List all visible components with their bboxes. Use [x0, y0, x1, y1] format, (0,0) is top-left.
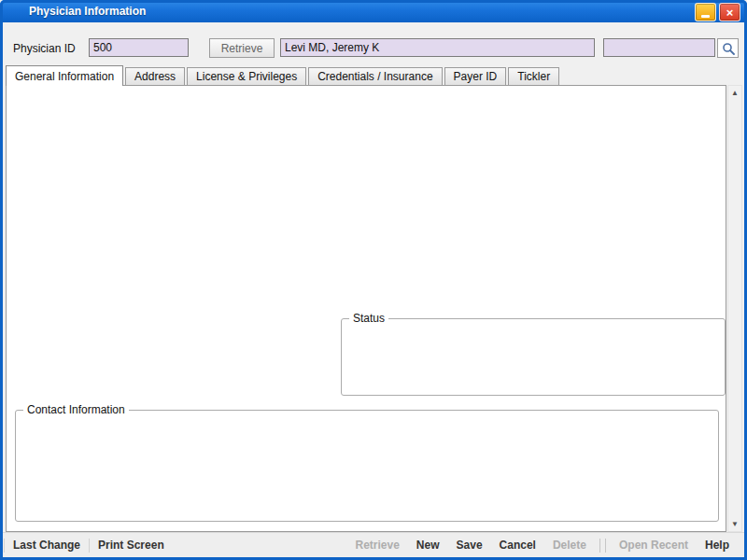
tab-strip: General Information Address License & Pr…: [6, 66, 561, 86]
tab-payer-id[interactable]: Payer ID: [444, 67, 507, 85]
save-button[interactable]: Save: [448, 539, 491, 552]
search-icon: [722, 42, 735, 55]
titlebar: Physician Information: [0, 0, 747, 22]
status-group: Status: [341, 318, 726, 396]
window-controls: ×: [695, 3, 740, 21]
open-recent-button: Open Recent: [611, 539, 697, 552]
close-button[interactable]: ×: [719, 3, 740, 21]
scroll-down-icon[interactable]: ▼: [728, 517, 741, 531]
print-screen-button[interactable]: Print Screen: [90, 539, 173, 552]
close-icon: ×: [726, 7, 734, 19]
minimize-icon: [701, 15, 710, 18]
minimize-button[interactable]: [695, 3, 716, 21]
status-group-legend: Status: [349, 312, 388, 325]
footer-left-group: Last Change Print Screen: [4, 539, 173, 553]
retrieve-footer-button: Retrieve: [346, 539, 407, 552]
physician-id-input[interactable]: [89, 38, 189, 57]
help-button[interactable]: Help: [697, 539, 738, 552]
tab-address[interactable]: Address: [125, 67, 185, 85]
tab-license-privileges[interactable]: License & Privileges: [187, 67, 306, 85]
tab-tickler[interactable]: Tickler: [508, 67, 559, 85]
physician-information-window: Physician Information × Physician ID Ret…: [0, 0, 747, 560]
footer-right-group: Retrieve New Save Cancel Delete Open Rec…: [346, 539, 738, 553]
contact-information-group: Contact Information: [15, 410, 719, 522]
delete-button: Delete: [544, 539, 595, 552]
cancel-button[interactable]: Cancel: [491, 539, 544, 552]
retrieve-button[interactable]: Retrieve: [209, 38, 275, 58]
vertical-scrollbar[interactable]: ▲ ▼: [727, 85, 742, 532]
tab-general-information[interactable]: General Information: [6, 65, 123, 86]
search-button[interactable]: [717, 38, 739, 58]
window-title: Physician Information: [29, 5, 146, 18]
quick-lookup-input[interactable]: [603, 38, 715, 57]
physician-name-display: [280, 38, 595, 57]
new-button[interactable]: New: [408, 539, 448, 552]
contact-information-legend: Contact Information: [23, 403, 129, 416]
footer-grip: [599, 539, 606, 553]
last-change-button[interactable]: Last Change: [5, 539, 89, 552]
tab-credentials-insurance[interactable]: Credentials / Insurance: [308, 67, 442, 85]
physician-id-label: Physician ID: [13, 42, 76, 55]
scroll-up-icon[interactable]: ▲: [728, 86, 741, 100]
status-bar: Last Change Print Screen Retrieve New Sa…: [0, 532, 747, 560]
